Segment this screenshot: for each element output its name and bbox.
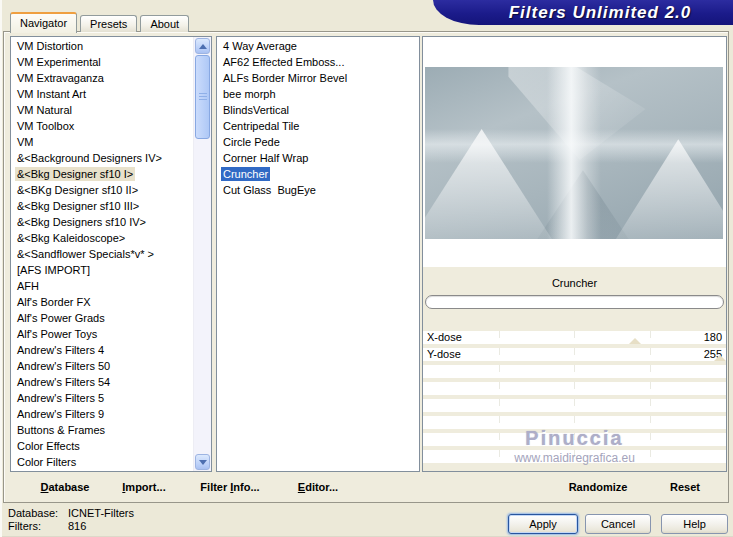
- param-slider-ydose[interactable]: Y-dose 255: [423, 348, 726, 361]
- category-item[interactable]: &<Sandflower Specials*v* >: [11, 246, 194, 262]
- database-value: ICNET-Filters: [68, 507, 134, 519]
- category-item[interactable]: Alf's Border FX: [11, 294, 194, 310]
- apply-button[interactable]: Apply: [508, 514, 578, 534]
- category-item-selected[interactable]: &<Bkg Designer sf10 I>: [11, 166, 194, 182]
- filter-items: 4 Way Average AF62 Effected Emboss... AL…: [217, 38, 419, 198]
- slider-thumb-icon[interactable]: [629, 338, 641, 344]
- category-item-label: Andrew's Filters 9: [15, 407, 106, 421]
- param-slider-empty: [423, 433, 726, 446]
- tab-bar: Navigator Presets About: [10, 12, 189, 32]
- category-scrollbar[interactable]: [193, 37, 211, 471]
- category-item-label: VM Distortion: [15, 39, 85, 53]
- category-item[interactable]: Alf's Power Grads: [11, 310, 194, 326]
- category-item[interactable]: &<Background Designers IV>: [11, 150, 194, 166]
- param-slider-empty: [423, 416, 726, 429]
- filter-item[interactable]: AF62 Effected Emboss...: [217, 54, 419, 70]
- param-label: Y-dose: [427, 348, 461, 361]
- category-item[interactable]: Color Filters: [11, 454, 194, 470]
- category-item-label: VM Extravaganza: [15, 71, 106, 85]
- filter-item-selected[interactable]: Cruncher: [217, 166, 419, 182]
- category-item[interactable]: &<Bkg Kaleidoscope>: [11, 230, 194, 246]
- filter-item[interactable]: Centripedal Tile: [217, 118, 419, 134]
- category-item[interactable]: Andrew's Filters 5: [11, 390, 194, 406]
- scroll-thumb-grip-icon: [199, 93, 207, 102]
- category-item[interactable]: Andrew's Filters 54: [11, 374, 194, 390]
- tab-presets[interactable]: Presets: [80, 15, 137, 32]
- filter-item[interactable]: 4 Way Average: [217, 38, 419, 54]
- category-item[interactable]: &<Bkg Designer sf10 III>: [11, 198, 194, 214]
- category-item[interactable]: Color Effects: [11, 438, 194, 454]
- filter-item[interactable]: BlindsVertical: [217, 102, 419, 118]
- category-item[interactable]: VM Toolbox: [11, 118, 194, 134]
- category-item-label: &<BKg Designer sf10 II>: [15, 183, 140, 197]
- filter-item[interactable]: Cut Glass BugEye: [217, 182, 419, 198]
- category-item[interactable]: Andrew's Filters 50: [11, 358, 194, 374]
- randomize-button[interactable]: Randomize: [569, 481, 628, 493]
- category-item-label: &<Bkg Designer sf10 I>: [15, 167, 135, 181]
- slider-thumb-icon[interactable]: [714, 355, 726, 361]
- category-item-label: Buttons & Frames: [15, 423, 107, 437]
- filter-item-label: Centripedal Tile: [221, 119, 301, 133]
- selected-filter-name: Cruncher: [423, 276, 726, 290]
- reset-button[interactable]: Reset: [670, 481, 700, 493]
- param-slider-xdose[interactable]: X-dose 180: [423, 331, 726, 344]
- tab-navigator[interactable]: Navigator: [10, 12, 77, 33]
- category-item[interactable]: VM Experimental: [11, 54, 194, 70]
- param-slider-empty: [423, 450, 726, 463]
- category-item[interactable]: AFH: [11, 278, 194, 294]
- category-item-label: Andrew's Filters 5: [15, 391, 106, 405]
- category-item[interactable]: &<BKg Designer sf10 II>: [11, 182, 194, 198]
- filter-item-label: bee morph: [221, 87, 278, 101]
- category-item[interactable]: Buttons & Frames: [11, 422, 194, 438]
- import-button[interactable]: Import...: [122, 481, 165, 493]
- category-item-label: Alf's Power Toys: [15, 327, 99, 341]
- category-item[interactable]: Andrew's Filters 4: [11, 342, 194, 358]
- param-slider-empty: [423, 399, 726, 412]
- cancel-button[interactable]: Cancel: [585, 514, 651, 534]
- category-item[interactable]: VM Instant Art: [11, 86, 194, 102]
- category-listbox: VM Distortion VM Experimental VM Extrava…: [10, 36, 212, 472]
- scroll-down-button[interactable]: [195, 454, 210, 470]
- editor-button[interactable]: Editor...: [298, 481, 338, 493]
- category-item[interactable]: VM Distortion: [11, 38, 194, 54]
- navigator-page: VM Distortion VM Experimental VM Extrava…: [3, 31, 729, 503]
- category-item[interactable]: VM: [11, 134, 194, 150]
- category-item-label: Alf's Power Grads: [15, 311, 107, 325]
- parameter-rows: X-dose 180 Y-dose 255 Pinuccia www.mai: [423, 331, 726, 463]
- tab-about[interactable]: About: [140, 15, 189, 32]
- category-item-label: AFH: [15, 279, 41, 293]
- filter-item[interactable]: Circle Pede: [217, 134, 419, 150]
- help-button[interactable]: Help: [661, 514, 728, 534]
- category-item-label: VM Experimental: [15, 55, 103, 69]
- scroll-up-icon: [199, 44, 207, 49]
- category-item[interactable]: Andrew's Filters 9: [11, 406, 194, 422]
- category-item[interactable]: VM Natural: [11, 102, 194, 118]
- filter-item-label: Cut Glass BugEye: [221, 183, 318, 197]
- category-item-label: Alf's Border FX: [15, 295, 93, 309]
- app-title: Filters Unlimited 2.0: [509, 3, 692, 23]
- filter-item[interactable]: ALFs Border Mirror Bevel: [217, 70, 419, 86]
- category-item[interactable]: [AFS IMPORT]: [11, 262, 194, 278]
- label-part: ditor...: [305, 481, 338, 493]
- filter-item[interactable]: bee morph: [217, 86, 419, 102]
- filter-item[interactable]: Corner Half Wrap: [217, 150, 419, 166]
- label-accesskey: D: [41, 481, 49, 493]
- filters-unlimited-dialog: { "window": { "banner_title": "Filters U…: [0, 0, 733, 537]
- scroll-down-icon: [199, 460, 207, 465]
- category-item[interactable]: VM Extravaganza: [11, 70, 194, 86]
- preview-shape: [547, 67, 601, 239]
- category-item[interactable]: &<Bkg Designers sf10 IV>: [11, 214, 194, 230]
- category-item[interactable]: Alf's Power Toys: [11, 326, 194, 342]
- preview-panel: Cruncher X-dose 180 Y-dose 255: [422, 36, 727, 472]
- filter-listbox: 4 Way Average AF62 Effected Emboss... AL…: [216, 36, 420, 472]
- scroll-up-button[interactable]: [195, 38, 210, 54]
- database-button[interactable]: Database: [41, 481, 90, 493]
- filter-item-label: BlindsVertical: [221, 103, 291, 117]
- filter-info-button[interactable]: Filter Info...: [200, 481, 259, 493]
- category-item-label: [AFS IMPORT]: [15, 263, 92, 277]
- scroll-thumb[interactable]: [195, 55, 210, 139]
- label-part: atabase: [48, 481, 89, 493]
- category-item-label: &<Bkg Designers sf10 IV>: [15, 215, 148, 229]
- category-item-label: Andrew's Filters 54: [15, 375, 112, 389]
- param-slider-empty: [423, 382, 726, 395]
